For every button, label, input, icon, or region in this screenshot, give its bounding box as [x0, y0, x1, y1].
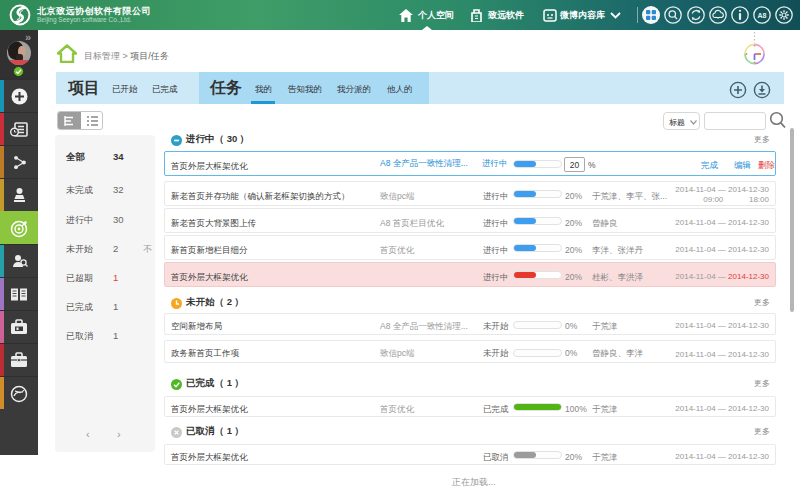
svg-text:A8: A8: [758, 12, 767, 19]
